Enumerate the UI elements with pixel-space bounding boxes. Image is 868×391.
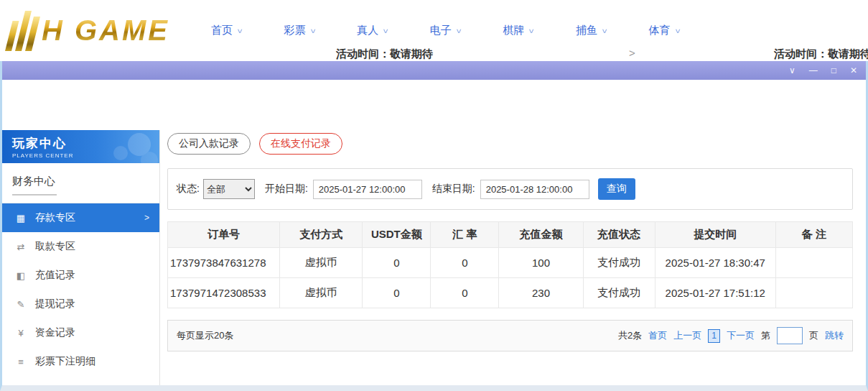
sidebar-item-withdraw-records[interactable]: ✎提现记录 [2,290,159,318]
sidebar-item-recharge-records[interactable]: ◧充值记录 [2,261,159,290]
sidebar-item-lottery-bet-details[interactable]: ≡彩票下注明细 [2,347,159,376]
withdraw-cash-icon: ⇄ [14,242,27,252]
nav-item-label: 首页 [211,24,233,37]
table-cell: 100 [499,248,583,278]
jump-suffix-label: 页 [809,329,818,342]
sidebar-item-label: 提现记录 [35,298,75,310]
background-banner: 活动时间：敬请期待 > 活动时间：敬请期待 [0,47,868,61]
withdraw-record-icon: ✎ [14,299,27,310]
chevron-down-icon: ∨ [528,27,536,34]
table-header-cell: 充值金额 [499,222,583,248]
sidebar-menu: ▦存款专区>⇄取款专区◧充值记录✎提现记录¥资金记录≡彩票下注明细 [2,203,159,376]
table-cell: 1737973847631278 [168,248,280,278]
table-cell: 1737971472308533 [168,278,280,308]
total-count: 共2条 [618,329,642,342]
window-titlebar: ∨—□✕ [2,61,866,80]
player-center-window: ∨—□✕ 玩家中心 PLAYERS CENTER 财务中心 ▦存款专区>⇄取款专… [0,61,868,391]
main-row: 玩家中心 PLAYERS CENTER 财务中心 ▦存款专区>⇄取款专区◧充值记… [2,130,866,385]
site-header: H GAME 首页∨彩票∨真人∨电子∨棋牌∨捕鱼∨体育∨ 活动时间：敬请期待 >… [0,0,868,61]
start-date-input[interactable] [313,180,422,199]
record-tabs: 公司入款记录在线支付记录 [167,133,853,155]
chevron-down-icon: ∨ [674,27,681,34]
chevron-down-icon: ∨ [383,27,390,34]
nav-item-live[interactable]: 真人∨ [357,24,388,37]
content-area: 公司入款记录在线支付记录 状态: 全部 开始日期: 结束日期: 查询 [160,130,866,385]
chevron-right-icon: > [144,213,149,223]
banner-activity-text: 活动时间：敬请期待 [336,47,433,61]
status-select[interactable]: 全部 [203,179,255,199]
nav-item-label: 棋牌 [503,24,524,37]
window-maximize-icon[interactable]: □ [831,66,836,75]
sidebar-item-label: 取款专区 [35,240,75,253]
table-header-cell: 充值状态 [583,222,655,248]
current-page[interactable]: 1 [708,329,720,343]
next-page-link[interactable]: 下一页 [727,329,755,342]
deposit-card-icon: ▦ [14,213,27,224]
banner-next-arrow-icon[interactable]: > [629,47,635,59]
funds-record-icon: ¥ [14,328,27,339]
chevron-down-icon: ∨ [601,27,608,34]
logo-text: H GAME [42,14,169,47]
window-rollup-icon[interactable]: ∨ [789,66,795,75]
table-header-cell: 备 注 [775,222,852,248]
window-controls: ∨—□✕ [789,66,857,75]
sidebar-item-label: 资金记录 [35,326,75,339]
banner-activity-text: 活动时间：敬请期待 [774,47,868,61]
prev-page-link[interactable]: 上一页 [673,329,701,342]
table-cell: 0 [431,248,499,278]
table-cell [775,278,852,308]
sidebar-subtitle: PLAYERS CENTER [12,152,159,159]
table-row: 1737973847631278虚拟币00100支付成功2025-01-27 1… [168,248,853,278]
nav-item-sports[interactable]: 体育∨ [649,24,681,37]
table-header-cell: 支付方式 [280,222,363,248]
sidebar-item-label: 存款专区 [35,211,75,224]
sidebar: 玩家中心 PLAYERS CENTER 财务中心 ▦存款专区>⇄取款专区◧充值记… [2,130,160,385]
pagination-controls: 共2条 首页 上一页 1 下一页 第 页 跳转 [618,327,844,344]
status-label: 状态: [177,183,200,196]
table-cell: 2025-01-27 18:30:47 [655,248,775,278]
sidebar-item-withdraw-zone[interactable]: ⇄取款专区 [2,232,159,261]
table-cell: 虚拟币 [280,248,363,278]
nav-item-label: 捕鱼 [576,24,597,37]
per-page-info: 每页显示20条 [177,329,233,342]
filter-panel: 状态: 全部 开始日期: 结束日期: 查询 [167,168,853,210]
tab-online-payment-records[interactable]: 在线支付记录 [259,133,342,155]
sidebar-title: 玩家中心 [12,135,159,152]
lottery-bet-detail-icon: ≡ [14,356,27,367]
table-header-row: 订单号支付方式USDT金额汇 率充值金额充值状态提交时间备 注 [168,222,853,248]
sidebar-item-funds-records[interactable]: ¥资金记录 [2,318,159,347]
nav-item-label: 真人 [357,24,378,37]
nav-item-home[interactable]: 首页∨ [211,24,243,37]
end-date-input[interactable] [480,180,589,199]
sidebar-item-deposit-zone[interactable]: ▦存款专区> [2,203,159,232]
table-cell: 0 [363,278,431,308]
nav-item-lottery[interactable]: 彩票∨ [284,24,316,37]
chevron-down-icon: ∨ [236,27,243,34]
query-button[interactable]: 查询 [598,178,635,200]
table-row: 1737971472308533虚拟币00230支付成功2025-01-27 1… [168,278,853,308]
table-cell: 230 [499,278,583,308]
table-cell: 支付成功 [583,278,655,308]
window-minimize-icon[interactable]: — [809,66,818,75]
window-close-icon[interactable]: ✕ [850,66,857,75]
nav-item-label: 电子 [430,24,452,37]
tab-company-deposit-records[interactable]: 公司入款记录 [167,133,251,155]
table-cell: 支付成功 [583,248,655,278]
table-header-cell: 订单号 [168,222,280,248]
nav-item-chess[interactable]: 棋牌∨ [503,24,534,37]
pagination-bar: 每页显示20条 共2条 首页 上一页 1 下一页 第 页 跳转 [167,320,853,351]
page-jump-input[interactable] [777,327,803,344]
recharge-record-icon: ◧ [14,270,27,281]
nav-item-fishing[interactable]: 捕鱼∨ [576,24,607,37]
nav-item-label: 彩票 [284,24,306,37]
table-cell: 虚拟币 [280,278,363,308]
window-body: 玩家中心 PLAYERS CENTER 财务中心 ▦存款专区>⇄取款专区◧充值记… [2,80,866,385]
first-page-link[interactable]: 首页 [648,329,667,342]
page: H GAME 首页∨彩票∨真人∨电子∨棋牌∨捕鱼∨体育∨ 活动时间：敬请期待 >… [0,0,868,391]
jump-action-link[interactable]: 跳转 [825,329,844,342]
logo-bars-icon [5,11,42,51]
table-cell: 2025-01-27 17:51:12 [655,278,775,308]
nav-item-label: 体育 [649,24,671,37]
table-cell [775,248,852,278]
nav-item-slots[interactable]: 电子∨ [430,24,462,37]
